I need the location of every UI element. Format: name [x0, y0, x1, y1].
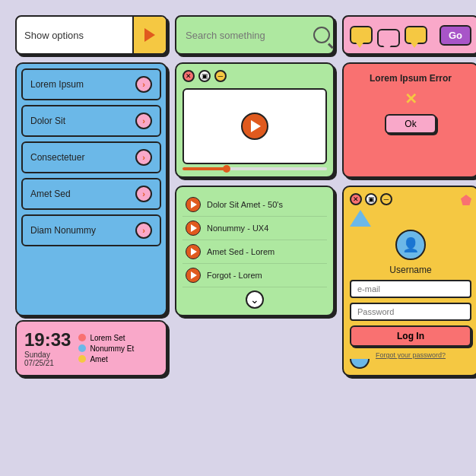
login-maximize-button[interactable]: ─	[380, 193, 392, 205]
legend-dot-3	[78, 355, 86, 363]
list-item-arrow: ›	[135, 113, 152, 129]
chat-bubble-1	[350, 26, 373, 44]
error-title: Lorem Ipsum Error	[370, 73, 452, 84]
video-player[interactable]	[182, 88, 327, 164]
list-item[interactable]: Dolor Sit ›	[21, 105, 161, 137]
legend: Lorem Set Nonummy Et Amet	[78, 334, 134, 363]
play-icon	[144, 28, 155, 42]
playlist-play-button[interactable]	[186, 244, 201, 259]
video-play-button[interactable]	[241, 113, 268, 140]
legend-label-3: Amet	[90, 355, 107, 363]
video-progress-fill	[182, 167, 226, 170]
video-progress-dot	[223, 165, 230, 173]
list-widget: Lorem Ipsum › Dolor Sit › Consectetuer ›…	[15, 62, 167, 316]
playlist-item-label: Nonummy - UX4	[207, 224, 268, 233]
playlist-item-label: Amet Sed - Lorem	[207, 247, 274, 256]
close-window-button[interactable]: ✕	[182, 70, 195, 82]
search-input[interactable]	[186, 30, 313, 41]
play-icon	[191, 271, 197, 279]
chat-bubble-2	[377, 29, 400, 47]
legend-dot-1	[78, 334, 86, 341]
go-button[interactable]: Go	[440, 25, 471, 46]
play-icon	[191, 248, 197, 255]
show-options-button[interactable]	[132, 17, 166, 53]
list-item[interactable]: Amet Sed ›	[21, 178, 161, 210]
legend-dot-2	[78, 344, 86, 352]
list-item-arrow: ›	[135, 149, 152, 166]
search-handle	[328, 43, 333, 48]
error-x-icon: ✕	[405, 90, 417, 108]
playlist-item-label: Forgot - Lorem	[207, 271, 262, 280]
email-field[interactable]	[350, 280, 471, 298]
playlist-play-button[interactable]	[186, 268, 201, 283]
play-icon	[191, 201, 197, 208]
list-item-arrow: ›	[135, 76, 152, 93]
chat-widget: Go	[342, 15, 476, 55]
list-item-text: Dolor Sit	[30, 116, 65, 126]
maximize-window-button[interactable]: ─	[214, 70, 227, 82]
play-icon	[251, 120, 261, 132]
search-widget	[175, 15, 335, 55]
forgot-password-link[interactable]: Forgot your password?	[376, 351, 446, 359]
ok-button[interactable]: Ok	[385, 114, 436, 134]
legend-item-2: Nonummy Et	[78, 344, 134, 353]
clock-time: 19:33	[24, 329, 71, 351]
username-label: Username	[389, 265, 431, 275]
video-progress-bar[interactable]	[182, 167, 327, 170]
list-item-text: Diam Nonummy	[30, 225, 96, 236]
password-field[interactable]	[350, 303, 471, 321]
search-circle	[313, 27, 330, 43]
playlist-item-label: Dolor Sit Amet - 50's	[207, 200, 283, 209]
search-icon	[313, 27, 330, 43]
playlist-more: ⌄	[182, 290, 327, 309]
login-close-button[interactable]: ✕	[350, 193, 362, 205]
show-options-widget: Show options	[15, 15, 167, 55]
play-icon	[191, 224, 197, 232]
clock-day: Sunday	[24, 351, 71, 359]
legend-item-3: Amet	[78, 355, 134, 363]
playlist-play-button[interactable]	[186, 221, 201, 236]
list-item[interactable]: Consectetuer ›	[21, 141, 161, 173]
minimize-window-button[interactable]: ▣	[198, 70, 211, 82]
avatar: 👤	[395, 230, 426, 260]
login-window-controls: ✕ ▣ ─	[350, 193, 471, 205]
list-item-text: Consectetuer	[30, 152, 84, 163]
list-item-arrow: ›	[135, 222, 152, 239]
window-controls: ✕ ▣ ─	[182, 70, 327, 82]
chat-bubble-3	[405, 26, 427, 44]
playlist-widget: Dolor Sit Amet - 50's Nonummy - UX4 Amet…	[175, 186, 335, 316]
user-icon: 👤	[402, 236, 419, 253]
playlist-more-button[interactable]: ⌄	[246, 290, 264, 309]
legend-item-1: Lorem Set	[78, 334, 134, 342]
playlist-item[interactable]: Dolor Sit Amet - 50's	[182, 193, 327, 217]
playlist-item[interactable]: Nonummy - UX4	[182, 217, 327, 240]
clock-date: 07/25/21	[24, 359, 71, 367]
list-item-arrow: ›	[135, 186, 152, 202]
login-content: 👤 Username Log In Forgot your password?	[350, 230, 471, 359]
list-item[interactable]: Diam Nonummy ›	[21, 214, 161, 246]
login-widget: ✕ ▣ ─ 👤 Username Log In Forgot your pass…	[342, 186, 476, 376]
list-item-text: Amet Sed	[30, 189, 71, 199]
show-options-label: Show options	[17, 30, 132, 41]
legend-label-1: Lorem Set	[90, 334, 125, 342]
playlist-item[interactable]: Forgot - Lorem	[182, 264, 327, 287]
list-item[interactable]: Lorem Ipsum ›	[21, 68, 161, 100]
video-widget: ✕ ▣ ─	[175, 62, 335, 178]
login-minimize-button[interactable]: ▣	[365, 193, 377, 205]
legend-label-2: Nonummy Et	[90, 344, 134, 353]
list-item-text: Lorem Ipsum	[30, 79, 84, 90]
playlist-play-button[interactable]	[186, 197, 201, 212]
playlist-item[interactable]: Amet Sed - Lorem	[182, 240, 327, 264]
triangle-decoration	[350, 210, 371, 227]
half-circle-decoration	[350, 359, 370, 369]
error-dialog: Lorem Ipsum Error ✕ Ok	[342, 62, 476, 178]
clock-widget: 19:33 Sunday 07/25/21 Lorem Set Nonummy …	[15, 320, 167, 376]
login-button[interactable]: Log In	[350, 325, 471, 347]
